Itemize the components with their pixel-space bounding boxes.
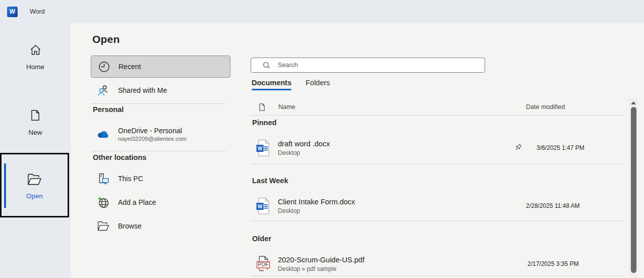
onedrive-cloud-icon xyxy=(97,130,110,139)
backstage-open-panel: Open Recent Shared with Me xyxy=(71,23,644,278)
nav-label-shared-with-me: Shared with Me xyxy=(118,86,167,94)
word-file-icon: W xyxy=(255,139,272,157)
rail-item-open[interactable]: Open xyxy=(0,153,69,217)
search-box[interactable] xyxy=(251,58,485,73)
globe-plus-icon xyxy=(97,196,110,209)
nav-label-recent: Recent xyxy=(119,63,141,71)
page-title: Open xyxy=(92,33,120,45)
this-pc-icon xyxy=(97,172,110,186)
onedrive-email: nayel32209@alientex.com xyxy=(118,136,187,142)
file-row-client-intake-form[interactable]: W Client Intake Form.docx Desktop 2/28/2… xyxy=(251,192,625,220)
recent-files-content: Documents Folders Name Date modified Pin… xyxy=(251,23,625,278)
svg-text:W: W xyxy=(257,203,262,209)
file-date-modified: 3/6/2025 1:47 PM xyxy=(537,144,584,151)
nav-section-other-locations: Other locations xyxy=(93,153,146,161)
divider xyxy=(251,220,625,221)
search-icon xyxy=(262,61,271,70)
rail-item-home[interactable]: Home xyxy=(0,43,71,71)
list-header: Name Date modified xyxy=(251,99,625,115)
new-document-icon xyxy=(29,108,42,122)
divider xyxy=(91,151,226,151)
divider xyxy=(251,164,625,164)
nav-label-browse: Browse xyxy=(118,222,142,230)
rail-item-new[interactable]: New xyxy=(0,108,71,136)
nav-item-recent[interactable]: Recent xyxy=(91,55,230,78)
rail-label-open: Open xyxy=(26,192,43,200)
file-location: Desktop » pdf sample xyxy=(278,265,365,272)
file-row-draft-word[interactable]: W draft word .docx Desktop 3/6/2025 1:47… xyxy=(251,132,625,163)
pdf-file-icon: PDF xyxy=(255,255,272,273)
nav-label-this-pc: This PC xyxy=(118,175,143,183)
scrollbar[interactable] xyxy=(629,99,638,278)
tab-folders[interactable]: Folders xyxy=(306,79,330,90)
file-column-icon xyxy=(258,102,266,112)
onedrive-label: OneDrive - Personal xyxy=(118,127,187,135)
scroll-up-icon[interactable] xyxy=(631,101,636,104)
nav-item-this-pc[interactable]: This PC xyxy=(91,168,230,190)
title-bar: W Word xyxy=(0,0,644,23)
group-header-older: Older xyxy=(252,235,271,243)
word-file-icon: W xyxy=(255,197,272,215)
tab-documents[interactable]: Documents xyxy=(252,79,291,90)
home-icon xyxy=(29,43,42,57)
browse-folder-icon xyxy=(97,220,110,232)
svg-text:PDF: PDF xyxy=(258,261,269,267)
file-name: Client Intake Form.docx xyxy=(278,198,355,206)
rail-label-new: New xyxy=(28,129,42,136)
pin-icon[interactable] xyxy=(513,143,522,153)
shared-people-icon xyxy=(97,84,110,97)
group-header-pinned: Pinned xyxy=(252,119,276,127)
open-folder-icon xyxy=(27,173,42,186)
file-location: Desktop xyxy=(278,149,330,156)
divider xyxy=(251,275,625,276)
file-type-tabs: Documents Folders xyxy=(252,79,330,90)
word-app-icon: W xyxy=(7,7,18,17)
divider xyxy=(91,103,226,104)
nav-item-shared-with-me[interactable]: Shared with Me xyxy=(91,79,230,101)
file-date-modified: 2/17/2025 3:35 PM xyxy=(528,260,578,267)
file-name: draft word .docx xyxy=(278,140,330,148)
nav-section-personal: Personal xyxy=(93,105,124,114)
svg-text:W: W xyxy=(257,145,262,151)
group-header-last-week: Last Week xyxy=(252,177,288,185)
scrollbar-thumb[interactable] xyxy=(631,107,636,273)
column-header-name[interactable]: Name xyxy=(278,103,295,110)
file-name: 2020-Scrum-Guide-US.pdf xyxy=(278,256,365,264)
divider xyxy=(251,115,625,116)
search-input[interactable] xyxy=(278,62,485,69)
file-row-scrum-guide-pdf[interactable]: PDF 2020-Scrum-Guide-US.pdf Desktop » pd… xyxy=(251,250,625,278)
column-header-date-modified[interactable]: Date modified xyxy=(526,103,565,110)
file-location: Desktop xyxy=(278,207,355,214)
clock-icon xyxy=(97,61,110,73)
nav-item-browse[interactable]: Browse xyxy=(91,215,230,237)
nav-item-onedrive-personal[interactable]: OneDrive - Personal nayel32209@alientex.… xyxy=(91,122,230,147)
app-title: Word xyxy=(30,8,45,15)
backstage-rail: Home New Open xyxy=(0,23,71,278)
rail-label-home: Home xyxy=(26,63,44,71)
nav-label-add-a-place: Add a Place xyxy=(118,198,156,206)
file-date-modified: 2/28/2025 11:48 AM xyxy=(526,202,580,209)
nav-item-add-a-place[interactable]: Add a Place xyxy=(91,191,230,213)
